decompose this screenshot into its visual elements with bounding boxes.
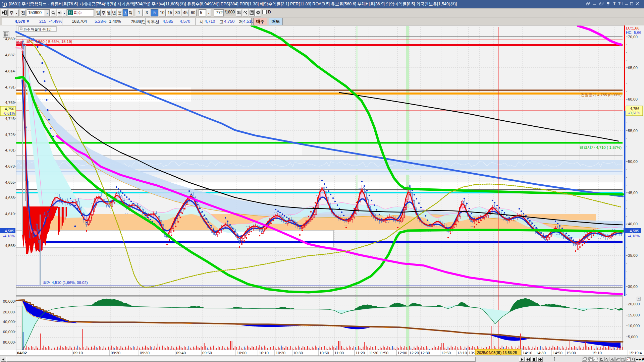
svg-text:20,000: 20,000 [628, 302, 640, 306]
svg-text:-4,18%: -4,18% [628, 234, 640, 238]
svg-text:4,791: 4,791 [5, 85, 15, 89]
svg-text:최고 4,860 (-5,66%, 15:19): 최고 4,860 (-5,66%, 15:19) [26, 40, 72, 44]
svg-text:15:19:4: 15:19:4 [629, 351, 642, 355]
svg-text:15:10: 15:10 [592, 351, 602, 355]
svg-text:4,585: 4,585 [630, 229, 639, 233]
svg-text:14:10: 14:10 [523, 351, 532, 355]
svg-text:4,746: 4,746 [5, 117, 15, 121]
svg-text:4,610: 4,610 [5, 212, 15, 216]
svg-text:10:00: 10:00 [237, 351, 247, 355]
svg-text:10:10: 10:10 [259, 351, 269, 355]
svg-text:50,00: 50,00 [628, 160, 638, 164]
svg-text:10:50: 10:50 [319, 351, 329, 355]
svg-text:30,00: 30,00 [628, 285, 638, 289]
svg-text:4,633: 4,633 [5, 196, 15, 200]
svg-text:4,756: 4,756 [5, 107, 14, 111]
svg-text:40,000: 40,000 [3, 320, 15, 324]
svg-text:당일시가 4,710 (-1,57%): 당일시가 4,710 (-1,57%) [580, 145, 622, 149]
svg-text:-0,61%: -0,61% [628, 111, 640, 115]
svg-text:11:30: 11:30 [369, 351, 378, 355]
svg-text:최저 4,510 (1,66%, 09:02): 최저 4,510 (1,66%, 09:02) [43, 281, 88, 285]
svg-text:-0,61%: -0,61% [3, 111, 15, 115]
svg-text:4,769: 4,769 [5, 101, 15, 105]
svg-text:12:30: 12:30 [420, 351, 430, 355]
svg-text:4,756: 4,756 [630, 107, 639, 111]
svg-text:13:10: 13:10 [457, 351, 467, 355]
svg-text:13:3: 13:3 [469, 351, 476, 355]
svg-text:11:20: 11:20 [356, 351, 365, 355]
svg-text:4,565: 4,565 [5, 244, 15, 248]
svg-text:12:00: 12:00 [397, 351, 407, 355]
svg-text:09:10: 09:10 [73, 351, 83, 355]
svg-text:15,000: 15,000 [628, 313, 640, 317]
svg-text:09:50: 09:50 [202, 351, 212, 355]
svg-text:15:00: 15:00 [566, 351, 576, 355]
svg-text:4,701: 4,701 [5, 148, 15, 152]
svg-text:10:30: 10:30 [293, 351, 303, 355]
svg-text:T: T [613, 1, 618, 6]
svg-text:4,860: 4,860 [5, 37, 15, 41]
svg-text:×: × [638, 297, 640, 300]
svg-text:14:50: 14:50 [553, 351, 562, 355]
svg-text:40,00: 40,00 [628, 222, 638, 226]
svg-text:4,678: 4,678 [5, 164, 15, 168]
svg-text:45,00: 45,00 [628, 191, 638, 195]
svg-text:80,000: 80,000 [3, 340, 15, 344]
svg-text:?: ? [618, 1, 623, 6]
svg-text:4,837: 4,837 [5, 53, 15, 57]
svg-text:55,00: 55,00 [628, 129, 638, 133]
svg-text:5,000: 5,000 [628, 335, 638, 339]
svg-text:14:30: 14:30 [536, 351, 546, 355]
svg-text:09:20: 09:20 [111, 351, 120, 355]
svg-text:09:30: 09:30 [140, 351, 150, 355]
svg-text:11:50: 11:50 [379, 351, 388, 355]
svg-text:10:20: 10:20 [276, 351, 285, 355]
svg-text:4,585: 4,585 [5, 229, 14, 233]
svg-text:HC:-5,66: HC:-5,66 [626, 31, 641, 35]
svg-text:전일종가 4,785 (0,00%): 전일종가 4,785 (0,00%) [581, 93, 622, 97]
svg-text:70,00: 70,00 [628, 35, 638, 39]
svg-text:11:00: 11:00 [334, 351, 344, 355]
svg-text:2025/04/03(목) 13:56:25: 2025/04/03(목) 13:56:25 [477, 351, 517, 355]
svg-text:LC:1,66: LC:1,66 [626, 26, 639, 30]
svg-text:4,814: 4,814 [5, 69, 15, 73]
svg-text:4,655: 4,655 [5, 180, 15, 184]
svg-text:35,00: 35,00 [628, 253, 638, 257]
svg-text:04/02: 04/02 [17, 351, 27, 355]
svg-text:12:20: 12:20 [409, 351, 419, 355]
svg-text:60,000: 60,000 [3, 330, 15, 334]
svg-text:-4,18%: -4,18% [3, 234, 15, 238]
svg-text:00,000: 00,000 [3, 299, 15, 303]
svg-text:10,000: 10,000 [628, 324, 640, 328]
svg-text:12:50: 12:50 [441, 351, 451, 355]
svg-text:파수 매물대 수(13): 파수 매물대 수(13) [23, 27, 51, 31]
svg-text:65,00: 65,00 [628, 66, 638, 70]
svg-text:4,723: 4,723 [5, 133, 15, 137]
svg-text:09:40: 09:40 [176, 351, 186, 355]
svg-text:60,00: 60,00 [628, 97, 638, 101]
svg-text:20,000: 20,000 [3, 310, 15, 314]
